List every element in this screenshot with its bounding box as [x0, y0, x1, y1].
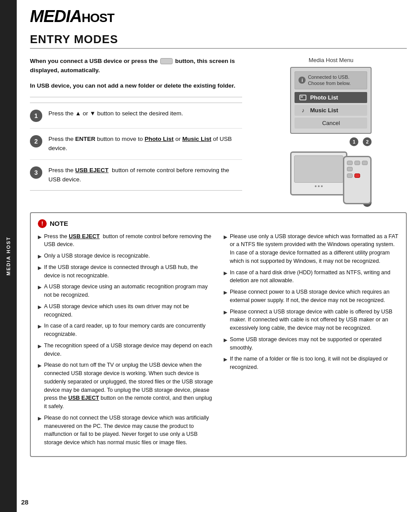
arrow-icon-r2: ▶	[224, 269, 227, 277]
step-1-text: Press the ▲ or ▼ button to select the de…	[48, 109, 183, 118]
note-item-5: ▶ A USB storage device which uses its ow…	[38, 302, 213, 319]
note-icon: !	[38, 219, 47, 228]
arrow-icon-9: ▶	[38, 415, 41, 422]
remote-btn-3	[362, 161, 368, 165]
tv-dot-2	[318, 185, 320, 187]
step-3: 3 Press the USB EJECT button of remote c…	[30, 160, 242, 191]
arrow-icon-r3: ▶	[224, 289, 227, 296]
note-title: NOTE	[50, 220, 68, 227]
arrow-icon-7: ▶	[38, 343, 41, 350]
remote-buttons-row-2	[347, 173, 368, 178]
brand-media: MEDIA	[30, 7, 81, 26]
note-columns: ▶ Press the USB EJECT button of remote c…	[38, 232, 399, 450]
menu-label: Media Host Menu	[309, 57, 354, 63]
num-badges-12: 1 2	[290, 137, 372, 146]
step-1-num: 1	[30, 110, 42, 122]
photo-list-icon	[299, 94, 307, 100]
note-item-3: ▶ If the USB storage device is connected…	[38, 263, 213, 280]
tv-dot-1	[315, 185, 317, 187]
intro-para-2: In USB device, you can not add a new fol…	[30, 81, 242, 91]
step-3-text: Press the USB EJECT button of remote con…	[48, 166, 242, 184]
note-item-2: ▶ Only a USB storage device is recogniza…	[38, 252, 213, 260]
arrow-icon-5: ▶	[38, 303, 41, 311]
music-list-label: Music List	[310, 107, 338, 114]
main-content: MEDIAHOST ENTRY MODES When you connect a…	[17, 0, 420, 466]
remote-btn-5	[347, 173, 353, 178]
svg-rect-1	[301, 96, 303, 98]
brand-title: MEDIAHOST	[30, 8, 407, 25]
usb-button-icon	[160, 58, 173, 64]
arrow-icon-r1: ▶	[224, 233, 227, 241]
remote-btn-2	[354, 161, 360, 165]
steps-container: 1 Press the ▲ or ▼ button to select the …	[30, 103, 242, 191]
step-2: 2 Press the ENTER button to move to Phot…	[30, 129, 242, 160]
tv-remote-illustration: 3	[290, 151, 372, 204]
arrow-icon-r6: ▶	[224, 356, 227, 363]
sidebar-label: MEDIA HOST	[6, 236, 11, 276]
note-item-r4: ▶ Please connect a USB storage device wi…	[224, 308, 399, 332]
badge-2: 2	[363, 137, 372, 146]
left-column: When you connect a USB device or press t…	[30, 57, 242, 204]
note-item-8: ▶ Please do not turn off the TV or unplu…	[38, 361, 213, 411]
page-number: 28	[21, 498, 29, 506]
brand-host: HOST	[81, 11, 114, 25]
arrow-icon-6: ▶	[38, 323, 41, 330]
remote-box	[343, 156, 372, 204]
arrow-icon-4: ▶	[38, 284, 41, 291]
note-item-r1: ▶ Please use only a USB storage device w…	[224, 232, 399, 265]
photo-list-label: Photo List	[310, 94, 338, 101]
note-col-right: ▶ Please use only a USB storage device w…	[224, 232, 399, 450]
note-col-left: ▶ Press the USB EJECT button of remote c…	[38, 232, 213, 450]
intro-para-1: When you connect a USB device or press t…	[30, 57, 242, 75]
note-section: ! NOTE ▶ Press the USB EJECT button of r…	[30, 212, 407, 457]
remote-buttons-row-1	[347, 161, 368, 171]
tv-box	[290, 151, 347, 195]
note-item-r2: ▶ In case of a hard disk drive (HDD) for…	[224, 269, 399, 285]
sidebar: MEDIA HOST	[0, 0, 17, 512]
arrow-icon-3: ▶	[38, 264, 41, 272]
note-item-1: ▶ Press the USB EJECT button of remote c…	[38, 232, 213, 249]
info-icon: i	[298, 77, 306, 84]
note-item-r3: ▶ Please connect power to a USB storage …	[224, 288, 399, 305]
menu-item-photo-list[interactable]: Photo List	[295, 92, 367, 103]
remote-btn-1	[347, 161, 353, 165]
menu-info-row: i Connected to USB.Choose from below.	[295, 71, 367, 89]
menu-box: i Connected to USB.Choose from below. Ph…	[290, 67, 372, 134]
menu-item-cancel[interactable]: Cancel	[295, 118, 367, 129]
step-3-num: 3	[30, 166, 42, 179]
remote-btn-4	[347, 167, 353, 171]
section-title: ENTRY MODES	[30, 33, 407, 49]
top-divider	[30, 97, 242, 97]
note-item-6: ▶ In case of a card reader, up to four m…	[38, 322, 213, 339]
note-item-9: ▶ Please do not connect the USB storage …	[38, 414, 213, 447]
cancel-label: Cancel	[322, 120, 340, 126]
note-header: ! NOTE	[38, 219, 399, 228]
arrow-icon-1: ▶	[38, 233, 41, 241]
menu-item-music-list[interactable]: ♪ Music List	[295, 105, 367, 116]
remote-btn-red	[354, 173, 360, 178]
badge-1: 1	[350, 137, 358, 146]
music-list-icon: ♪	[299, 107, 307, 113]
step-1: 1 Press the ▲ or ▼ button to select the …	[30, 103, 242, 129]
arrow-icon-r4: ▶	[224, 309, 227, 316]
step-2-text: Press the ENTER button to move to Photo …	[48, 135, 242, 153]
note-item-4: ▶ A USB storage device using an automati…	[38, 283, 213, 299]
arrow-icon-r5: ▶	[224, 336, 227, 344]
arrow-icon-2: ▶	[38, 253, 41, 260]
note-item-7: ▶ The recognition speed of a USB storage…	[38, 342, 213, 358]
menu-info-text: Connected to USB.Choose from below.	[308, 74, 350, 87]
tv-screen	[294, 155, 343, 183]
arrow-icon-8: ▶	[38, 362, 41, 369]
note-item-r6: ▶ If the name of a folder or file is too…	[224, 355, 399, 372]
two-col-layout: When you connect a USB device or press t…	[30, 57, 407, 204]
note-item-r5: ▶ Some USB storage devices may not be su…	[224, 335, 399, 352]
photo-icon-svg	[299, 95, 306, 100]
tv-dots	[291, 185, 346, 187]
right-column: Media Host Menu i Connected to USB.Choos…	[255, 57, 407, 204]
step-2-num: 2	[30, 135, 42, 147]
tv-dot-3	[321, 185, 323, 187]
